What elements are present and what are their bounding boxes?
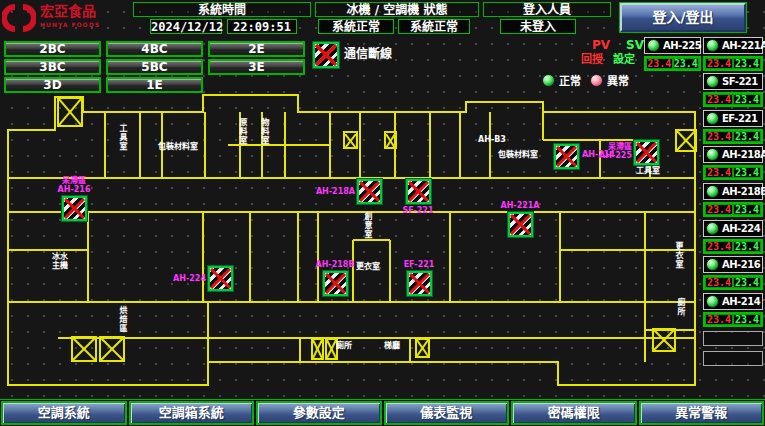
room-label: 物料室 (260, 118, 269, 145)
zone-button-2bc[interactable]: 2BC (4, 41, 101, 57)
nav-button-6[interactable]: 異常警報 (639, 401, 765, 425)
zone-button-4bc[interactable]: 4BC (106, 41, 203, 57)
unit-status-led-icon (706, 75, 719, 88)
unit-name-label: AH-214 (722, 296, 760, 307)
system-time-label: 系統時間 (133, 2, 311, 17)
unit-row-ah-224[interactable]: AH-224 (703, 220, 763, 237)
room-label: 包裝材料室 (498, 150, 538, 159)
system-date-value: 2024/12/12 (150, 19, 222, 34)
chiller-status-value: 系統正常 (318, 19, 394, 34)
ahu-marker-label: SF-221 (388, 206, 448, 215)
ahu-marker-label-line: AH-214 (582, 150, 632, 159)
abnormal-led-icon (590, 74, 603, 87)
room-label: 工具室 (636, 166, 660, 175)
unit-values-sf-221: 23.423.4 (703, 92, 763, 107)
ahu-marker-label-line: AH-216 (44, 185, 104, 194)
brand-name-zh: 宏亞食品 (40, 3, 96, 19)
pv-caption: 回授 (581, 53, 603, 66)
comm-loss-label: 通信斷線 (344, 48, 392, 61)
unit-status-led-icon (706, 222, 719, 235)
unit-row-ah-216[interactable]: AH-216 (703, 256, 763, 273)
stairs-icon (71, 336, 97, 362)
ahu-marker-icon-sf-221[interactable] (406, 179, 431, 204)
stairs-icon (675, 129, 697, 152)
unit-name-label: EF-221 (722, 113, 757, 124)
ahu-marker-label: EF-221 (389, 260, 449, 269)
ahu-marker-icon-ah-224[interactable] (208, 266, 233, 291)
unit-pv-value: 23.4 (705, 94, 733, 105)
ahu-marker-label: 呆滯區AH-225 (592, 142, 632, 160)
nav-button-1[interactable]: 空調系統 (1, 401, 127, 425)
normal-label: 正常 (559, 75, 581, 88)
unit-values-ah-218b: 23.423.4 (703, 202, 763, 217)
unit-values-ah-216: 23.423.4 (703, 275, 763, 290)
ahu-marker-icon-ef-221[interactable] (407, 271, 432, 296)
room-label: 更衣室 (356, 262, 380, 271)
stairs-icon (311, 338, 324, 360)
ahu-marker-label-line: 呆滯區 (44, 176, 104, 185)
unit-row-ah-225[interactable]: AH-225 (644, 37, 701, 54)
ahu-marker-label-line: 呆滯區 (592, 142, 632, 151)
stairs-icon (652, 328, 676, 352)
zone-button-3e[interactable]: 3E (208, 59, 305, 75)
room-label: 更衣室 (674, 242, 683, 269)
login-logout-button[interactable]: 登入/登出 (620, 3, 746, 32)
sv-caption: 設定 (613, 53, 635, 66)
unit-status-led-icon (706, 185, 719, 198)
stairs-icon (343, 131, 358, 149)
bottom-nav-bar: 空調系統空調箱系統參數設定儀表監視密碼權限異常警報 (0, 399, 765, 426)
ahu-marker-icon-ah-214[interactable] (554, 144, 579, 169)
unit-status-led-icon (706, 295, 719, 308)
unit-row-ah-214[interactable]: AH-214 (703, 293, 763, 310)
zone-button-3d[interactable]: 3D (4, 77, 101, 93)
unit-name-label: AH-218A (722, 149, 765, 160)
unit-sv-value: 23.4 (733, 94, 761, 105)
unit-row-ah-218a[interactable]: AH-218A (703, 146, 763, 163)
unit-status-led-icon (647, 39, 660, 52)
ahu-marker-icon-ah-225[interactable] (634, 140, 659, 165)
system-time-value: 22:09:51 (227, 19, 297, 34)
unit-pv-value: 23.4 (705, 131, 733, 142)
ahu-marker-icon-ah-218b[interactable] (323, 271, 348, 296)
zone-button-2e[interactable]: 2E (208, 41, 305, 57)
unit-row-sf-221[interactable]: SF-221 (703, 73, 763, 90)
stairs-icon (57, 97, 83, 127)
zone-button-5bc[interactable]: 5BC (106, 59, 203, 75)
unit-name-label: AH-218B (722, 186, 765, 197)
ahu-marker-icon-ah-218a[interactable] (357, 179, 382, 204)
room-label: AH-B3 (478, 135, 506, 144)
room-label: 工具室 (118, 124, 127, 151)
login-user-label: 登入人員 (483, 2, 611, 17)
ahu-marker-icon-ah-221a[interactable] (508, 212, 533, 237)
room-label: 原料室 (238, 118, 247, 145)
unit-pv-value: 23.4 (705, 314, 733, 325)
zone-button-1e[interactable]: 1E (106, 77, 203, 93)
login-user-value: 未登入 (500, 19, 576, 34)
unit-row-ah-218b[interactable]: AH-218B (703, 183, 763, 200)
unit-name-label: AH-224 (722, 223, 760, 234)
ahu-marker-label-line: SF-221 (388, 206, 448, 215)
nav-button-2[interactable]: 空調箱系統 (129, 401, 255, 425)
unit-values-ah-224: 23.423.4 (703, 239, 763, 254)
ahu-marker-label-line: AH-218B (305, 260, 365, 269)
unit-pv-value: 23.4 (705, 58, 733, 69)
room-label: 烘焙區 (118, 306, 127, 333)
unit-status-led-icon (706, 39, 719, 52)
unit-row-ef-221[interactable]: EF-221 (703, 110, 763, 127)
room-label: 梯廳 (384, 341, 400, 350)
nav-button-3[interactable]: 參數設定 (256, 401, 382, 425)
abnormal-label: 異常 (607, 75, 629, 88)
unit-sv-value: 23.4 (733, 58, 761, 69)
unit-row-ah-221a[interactable]: AH-221A (703, 37, 763, 54)
room-label: 廁所 (336, 341, 352, 350)
unit-pv-value: 23.4 (705, 277, 733, 288)
unit-sv-value: 23.4 (733, 314, 761, 325)
stairs-icon (99, 336, 125, 362)
nav-button-4[interactable]: 儀表監視 (384, 401, 510, 425)
ahu-status-value: 系統正常 (398, 19, 470, 34)
nav-button-5[interactable]: 密碼權限 (511, 401, 637, 425)
unit-empty-slot (703, 351, 763, 366)
unit-empty-slot (703, 331, 763, 346)
ahu-marker-icon-ah-216[interactable] (62, 196, 87, 221)
zone-button-3bc[interactable]: 3BC (4, 59, 101, 75)
